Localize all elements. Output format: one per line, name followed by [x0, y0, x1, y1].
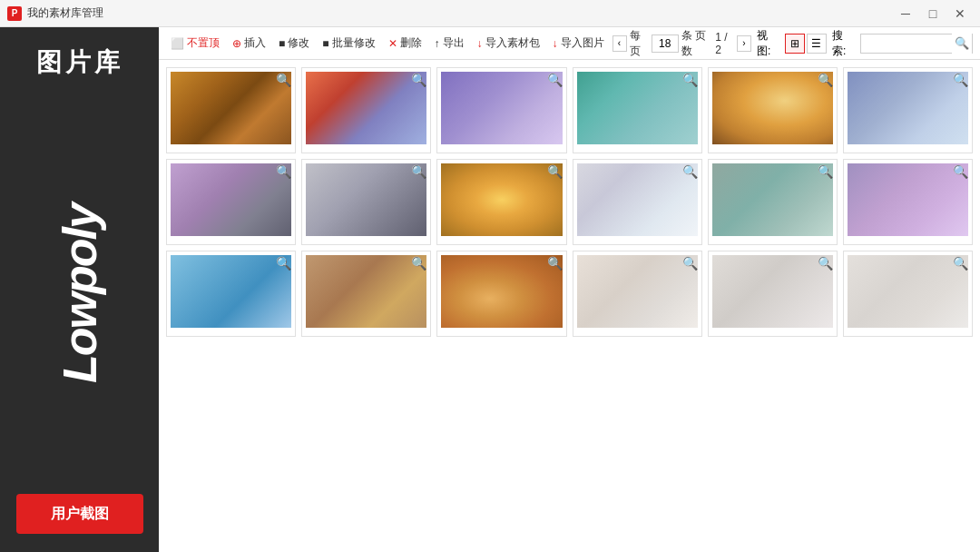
per-page-input[interactable]	[652, 34, 679, 53]
toolbar: ⬜ 不置顶 ⊕ 插入 ■ 修改 ■ 批量修改 ✕ 删除 ↑ 导出	[159, 27, 980, 60]
grid-thumbnail	[306, 255, 426, 328]
export-icon: ↑	[435, 37, 440, 50]
zoom-icon[interactable]: 🔍	[953, 164, 967, 179]
grid-thumbnail	[848, 72, 968, 144]
per-page-label: 每页	[630, 28, 649, 59]
grid-item[interactable]: 🔍	[708, 159, 838, 245]
zoom-icon[interactable]: 🔍	[276, 73, 290, 87]
export-button[interactable]: ↑ 导出	[430, 34, 469, 53]
view-label: 视图:	[757, 28, 779, 59]
grid-thumbnail	[712, 72, 833, 144]
user-screenshot-button[interactable]: 用户截图	[16, 494, 143, 534]
grid-thumbnail	[848, 255, 968, 328]
zoom-icon[interactable]: 🔍	[682, 164, 697, 179]
window-controls: ─ □ ✕	[893, 5, 973, 23]
grid-view-button[interactable]: ⊞	[785, 34, 805, 54]
zoom-icon[interactable]: 🔍	[953, 73, 967, 87]
sidebar: 图片库 Lowpoly 用户截图	[0, 27, 159, 552]
grid-item[interactable]: 🔍	[573, 251, 702, 337]
grid-item[interactable]: 🔍	[436, 67, 566, 153]
import-pack-button[interactable]: ↓ 导入素材包	[473, 34, 544, 53]
grid-item[interactable]: 🔍	[301, 251, 431, 337]
zoom-icon[interactable]: 🔍	[547, 256, 562, 271]
edit-button[interactable]: ■ 修改	[274, 34, 314, 53]
zoom-icon[interactable]: 🔍	[953, 256, 967, 271]
zoom-icon[interactable]: 🔍	[818, 73, 832, 87]
batch-edit-icon: ■	[322, 37, 328, 50]
grid-thumbnail	[848, 163, 968, 236]
grid-item-label	[712, 144, 833, 149]
zoom-icon[interactable]: 🔍	[411, 73, 426, 87]
grid-item-label	[306, 144, 426, 149]
grid-item[interactable]: 🔍	[843, 251, 973, 337]
title-bar: P 我的素材库管理 ─ □ ✕	[0, 0, 980, 27]
minimize-button[interactable]: ─	[893, 5, 918, 23]
zoom-icon[interactable]: 🔍	[818, 164, 832, 179]
grid-thumbnail	[712, 255, 833, 328]
grid-thumbnail	[441, 255, 562, 328]
grid-item[interactable]: 🔍	[166, 251, 296, 337]
search-button[interactable]: 🔍	[952, 34, 972, 54]
insert-button[interactable]: ⊕ 插入	[228, 34, 270, 53]
zoom-icon[interactable]: 🔍	[682, 73, 697, 87]
delete-button[interactable]: ✕ 删除	[384, 34, 426, 53]
sidebar-title: 图片库	[36, 45, 123, 80]
grid-item-label	[441, 236, 562, 241]
grid-item[interactable]: 🔍	[573, 159, 702, 245]
main-layout: 图片库 Lowpoly 用户截图 ⬜ 不置顶 ⊕ 插入 ■ 修改 ■ 批量修改	[0, 27, 980, 552]
home-button[interactable]: ⬜ 不置顶	[166, 34, 224, 53]
grid-item[interactable]: 🔍	[301, 67, 431, 153]
grid-thumbnail	[171, 72, 291, 144]
grid-item[interactable]: 🔍	[708, 67, 838, 153]
zoom-icon[interactable]: 🔍	[411, 256, 426, 271]
import-img-icon: ↓	[553, 37, 558, 50]
close-button[interactable]: ✕	[947, 5, 973, 23]
list-view-button[interactable]: ☰	[807, 34, 827, 54]
page-nav: ‹ 每页 条 页数 1 / 2 ›	[612, 28, 751, 59]
grid-item[interactable]: 🔍	[166, 67, 296, 153]
content-area: ⬜ 不置顶 ⊕ 插入 ■ 修改 ■ 批量修改 ✕ 删除 ↑ 导出	[159, 27, 980, 552]
page-info: 1 / 2	[715, 31, 734, 56]
app-icon: P	[7, 6, 22, 21]
grid-thumbnail	[712, 163, 833, 236]
toolbar-right: ‹ 每页 条 页数 1 / 2 › 视图: ⊞ ☰ 搜索:	[612, 28, 974, 59]
grid-item[interactable]: 🔍	[436, 159, 566, 245]
zoom-icon[interactable]: 🔍	[411, 164, 426, 179]
zoom-icon[interactable]: 🔍	[276, 256, 290, 271]
grid-item[interactable]: 🔍	[708, 251, 838, 337]
grid-thumbnail	[171, 255, 291, 328]
next-page-button[interactable]: ›	[737, 35, 751, 52]
search-input[interactable]	[861, 34, 952, 53]
home-icon: ⬜	[171, 37, 184, 50]
zoom-icon[interactable]: 🔍	[276, 164, 290, 179]
zoom-icon[interactable]: 🔍	[682, 256, 697, 271]
batch-edit-button[interactable]: ■ 批量修改	[318, 34, 379, 53]
grid-item[interactable]: 🔍	[436, 251, 566, 337]
grid-item[interactable]: 🔍	[166, 159, 296, 245]
import-img-button[interactable]: ↓ 导入图片	[548, 34, 609, 53]
grid-thumbnail	[306, 163, 426, 236]
grid-item-label	[712, 236, 833, 241]
import-pack-icon: ↓	[477, 37, 483, 50]
maximize-button[interactable]: □	[920, 5, 946, 23]
zoom-icon[interactable]: 🔍	[818, 256, 832, 271]
grid-item-label	[577, 328, 698, 332]
grid-item-label	[441, 328, 562, 332]
grid-item-label	[577, 236, 698, 241]
grid-item-label	[171, 236, 291, 241]
grid-item-label	[577, 144, 698, 149]
grid-item[interactable]: 🔍	[843, 67, 973, 153]
app-title: 我的素材库管理	[27, 5, 103, 21]
grid-item-label	[306, 236, 426, 241]
grid-area: 🔍 🔍 🔍 🔍 🔍	[159, 60, 980, 552]
prev-page-button[interactable]: ‹	[612, 35, 627, 52]
grid-item[interactable]: 🔍	[843, 159, 973, 245]
grid-thumbnail	[441, 163, 562, 236]
grid-item[interactable]: 🔍	[573, 67, 702, 153]
cond-label: 条 页数	[681, 28, 713, 59]
zoom-icon[interactable]: 🔍	[547, 73, 562, 87]
zoom-icon[interactable]: 🔍	[547, 164, 562, 179]
grid-item[interactable]: 🔍	[301, 159, 431, 245]
delete-icon: ✕	[388, 37, 397, 50]
grid-item-label	[441, 144, 562, 149]
